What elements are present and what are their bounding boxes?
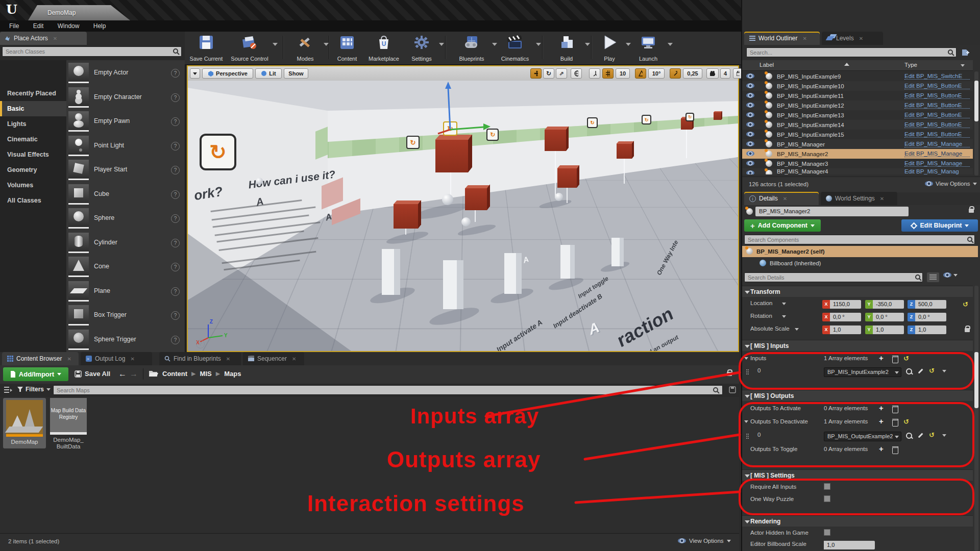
outliner-add-icon[interactable] xyxy=(962,48,970,56)
white-sphere[interactable] xyxy=(442,194,453,205)
actor-name-field[interactable]: BP_MIS_Manager2 xyxy=(755,207,909,216)
expand-icon[interactable] xyxy=(744,357,748,360)
category-basic[interactable]: Basic xyxy=(0,101,66,116)
edit-blueprint-link[interactable]: Edit BP_MIS_Manage xyxy=(904,151,970,157)
chevron-down-icon[interactable] xyxy=(942,434,946,437)
chevron-down-icon[interactable] xyxy=(782,315,786,318)
reset-icon[interactable]: ↺ xyxy=(963,300,968,308)
white-sphere[interactable] xyxy=(461,217,471,227)
edit-blueprint-link[interactable]: Edit BP_MIS_Manage xyxy=(904,141,970,147)
level-tab[interactable]: DemoMap xyxy=(28,5,130,20)
outliner-row[interactable]: BP_MIS_Manager3Edit BP_MIS_Manage xyxy=(742,159,973,168)
view-mode-button[interactable]: Lit xyxy=(255,68,282,79)
help-icon[interactable]: ? xyxy=(196,340,205,348)
browse-icon[interactable] xyxy=(906,368,912,374)
menu-help[interactable]: Help xyxy=(87,20,112,32)
category-all-classes[interactable]: All Classes xyxy=(0,193,66,208)
viewport[interactable]: Perspective Lit Show ↻ ⇗ 10 xyxy=(187,65,739,352)
add-element-icon[interactable]: + xyxy=(879,417,884,425)
section-rendering[interactable]: Rendering xyxy=(742,515,973,527)
search-assets-input[interactable] xyxy=(53,385,723,395)
outliner-row[interactable]: BP_MIS_InputExample10Edit BP_MIS_ButtonE xyxy=(742,81,973,91)
place-actors-tab[interactable]: Place Actors ✕ xyxy=(0,32,87,45)
close-icon[interactable]: ✕ xyxy=(859,36,863,41)
tab-sequencer[interactable]: Sequencer✕ xyxy=(243,352,304,365)
pillar[interactable] xyxy=(504,253,522,294)
edit-blueprint-button[interactable]: Edit Blueprint xyxy=(901,219,978,232)
checkbox[interactable] xyxy=(824,529,830,536)
rotation-snap-button[interactable] xyxy=(635,68,646,79)
section-transform[interactable]: Transform xyxy=(742,286,973,297)
reset-icon[interactable]: ↺ xyxy=(903,355,909,362)
drag-handle-icon[interactable] xyxy=(746,369,747,370)
breadcrumb-maps[interactable]: Maps xyxy=(224,370,241,378)
chevron-down-icon[interactable] xyxy=(782,303,786,305)
red-cube[interactable] xyxy=(545,130,566,151)
edit-blueprint-link[interactable]: Edit BP_MIS_Manage xyxy=(904,160,970,167)
tab-output-log[interactable]: > Output Log✕ xyxy=(81,352,152,365)
outliner-row[interactable]: BP_MIS_Manager4Edit BP_MIS_Manag xyxy=(742,168,973,174)
visibility-eye-icon[interactable] xyxy=(746,73,754,79)
outliner-row-selected[interactable]: BP_MIS_Manager2Edit BP_MIS_Manage xyxy=(742,149,973,159)
visibility-eye-icon[interactable] xyxy=(746,83,754,88)
edit-blueprint-link[interactable]: Edit BP_MIS_ButtonE xyxy=(904,102,970,109)
billboard-sprite-icon[interactable]: ↻ xyxy=(642,115,651,124)
add-component-button[interactable]: +Add Component xyxy=(744,219,821,232)
actor-cube[interactable]: Cube? xyxy=(66,183,185,207)
launch-button[interactable]: Launch xyxy=(630,33,667,63)
red-cube[interactable] xyxy=(465,188,487,210)
eyedropper-icon[interactable] xyxy=(918,433,923,438)
help-icon[interactable]: ? xyxy=(171,336,180,344)
menu-window[interactable]: Window xyxy=(52,20,86,32)
actor-point-light[interactable]: Point Light? xyxy=(66,134,185,158)
edit-blueprint-link[interactable]: Edit BP_MIS_ButtonE xyxy=(904,112,970,118)
pillar[interactable] xyxy=(382,249,400,295)
save-all-button[interactable]: Save All xyxy=(75,370,110,378)
rotation-x-field[interactable]: 0,0 ° xyxy=(830,313,861,321)
billboard-arrow-icon[interactable]: ↻ xyxy=(200,134,236,170)
visibility-eye-icon[interactable] xyxy=(746,93,754,98)
rotation-z-field[interactable]: 0,0 ° xyxy=(915,313,946,321)
search-details-input[interactable] xyxy=(744,272,923,282)
source-control-button[interactable]: Source Control xyxy=(228,33,272,63)
edit-blueprint-link[interactable]: Edit BP_MIS_ButtonE xyxy=(904,92,970,99)
reset-icon[interactable]: ↺ xyxy=(929,367,935,374)
outliner-row[interactable]: BP_MIS_InputExample12Edit BP_MIS_ButtonE xyxy=(742,101,973,110)
viewport-options-button[interactable] xyxy=(190,68,200,79)
outliner-scrollbar[interactable] xyxy=(974,71,978,176)
add-element-icon[interactable]: + xyxy=(879,404,884,412)
outliner-row[interactable]: BP_MIS_InputExample15Edit BP_MIS_ButtonE xyxy=(742,130,973,139)
input-actor-dropdown[interactable]: BP_MIS_InputExample2 xyxy=(824,367,901,377)
search-components-input[interactable] xyxy=(744,235,975,244)
rotate-tool-button[interactable]: ↻ xyxy=(543,68,554,79)
menu-file[interactable]: File xyxy=(3,20,25,32)
add-element-icon[interactable]: + xyxy=(879,354,884,362)
surface-snap-button[interactable] xyxy=(589,68,600,79)
visibility-eye-icon[interactable] xyxy=(746,141,754,146)
reset-icon[interactable]: ↺ xyxy=(929,431,935,439)
filters-button[interactable]: Filters xyxy=(17,386,51,393)
checkbox[interactable] xyxy=(824,483,830,490)
build-button[interactable]: Build xyxy=(549,33,584,63)
help-icon[interactable]: ? xyxy=(171,311,180,320)
blueprints-button[interactable]: Blueprints xyxy=(452,33,491,63)
scale-tool-button[interactable]: ⇗ xyxy=(556,68,567,79)
help-icon[interactable]: ? xyxy=(171,69,180,78)
red-cube[interactable] xyxy=(617,143,632,159)
outliner-row[interactable]: BP_MIS_InputExample9Edit BP_MIS_SwitchE xyxy=(742,71,973,81)
edit-blueprint-link[interactable]: Edit BP_MIS_ButtonE xyxy=(904,121,970,128)
outliner-row[interactable]: BP_MIS_InputExample14Edit BP_MIS_ButtonE xyxy=(742,120,973,130)
help-icon[interactable]: ? xyxy=(171,93,180,102)
help-icon[interactable]: ? xyxy=(171,263,180,271)
category-visual-effects[interactable]: Visual Effects xyxy=(0,147,66,162)
chevron-down-icon[interactable] xyxy=(942,370,946,372)
camera-mode-button[interactable]: Perspective xyxy=(202,68,253,79)
settings-button[interactable]: Settings xyxy=(405,33,438,63)
actor-empty-pawn[interactable]: Empty Pawn? xyxy=(66,110,185,134)
actor-empty-actor[interactable]: Empty Actor? xyxy=(66,61,185,85)
visibility-eye-icon[interactable] xyxy=(746,161,754,166)
location-z-field[interactable]: 500,0 xyxy=(915,300,946,309)
visibility-eye-icon[interactable] xyxy=(746,151,754,156)
red-cube[interactable] xyxy=(714,112,721,120)
world-coordinate-button[interactable] xyxy=(571,68,582,79)
